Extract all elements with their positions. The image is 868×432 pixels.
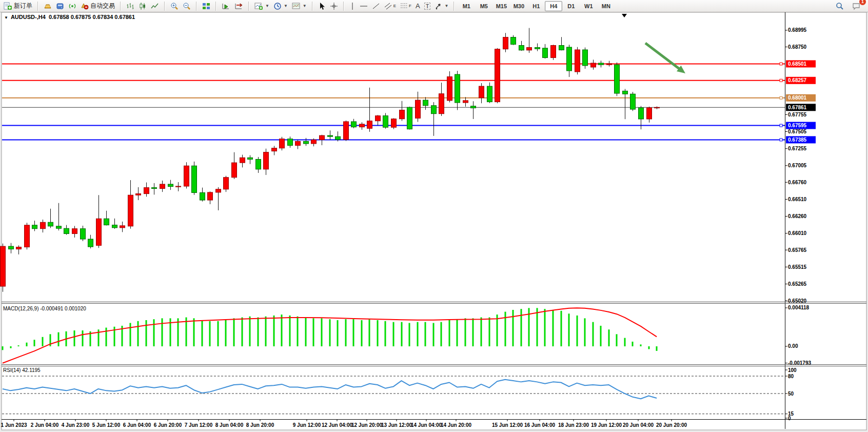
candle-body [304,141,309,144]
macd-tick-label: 0.004118 [788,305,810,310]
fibonacci-letter: F [409,4,411,8]
candle-body [423,100,428,106]
candle-body [551,46,556,58]
periods-dropdown-caret[interactable]: ▼ [284,4,288,8]
equidistant-channel-button[interactable]: E [382,1,398,12]
bar-chart-button[interactable] [124,1,136,12]
cursor-button[interactable] [316,1,328,12]
arrows-dropdown-caret[interactable]: ▼ [444,4,448,8]
text-button[interactable]: A [413,1,422,12]
chart-shift-button[interactable] [232,1,245,12]
macd-histogram-bar [242,318,243,346]
candle-body [41,222,46,228]
crosshair-button[interactable] [328,1,340,12]
macd-histogram-bar [457,319,458,346]
chart-shift-icon [234,2,243,10]
arrow-tools-icon [435,2,442,10]
timeframe-w1[interactable]: W1 [580,1,597,11]
candle-body [535,47,540,49]
toolbar-separator [215,2,216,11]
price-tick-label: 0.66760 [788,180,807,185]
notifications-button[interactable]: 1 [850,1,863,12]
horizontal-line-button[interactable] [358,1,370,12]
timeframe-d1[interactable]: D1 [562,1,580,11]
arrows-button[interactable]: ▼ [432,1,450,12]
candle-body [176,186,181,187]
signals-button[interactable] [66,1,78,12]
toolbar-separator [343,2,344,11]
candle-body [575,50,580,72]
templates-dropdown-caret[interactable]: ▼ [303,4,307,8]
candle-body [447,77,452,101]
price-tick-label: 0.65265 [788,281,807,287]
zoom-out-button[interactable] [181,1,193,12]
candle-body [599,63,604,65]
timeframe-m30[interactable]: M30 [510,1,527,11]
zoom-in-button[interactable] [168,1,181,12]
candle-body [88,239,93,247]
timeframe-m5[interactable]: M5 [475,1,492,11]
level-line-handle[interactable] [780,79,782,82]
data-window-button[interactable] [54,1,66,12]
timeframe-h4[interactable]: H4 [545,1,562,11]
chart-canvas: 0.689950.687500.677550.675050.672550.670… [0,12,868,432]
market-watch-button[interactable] [42,1,54,12]
new-order-button[interactable]: 新订单 [2,1,34,12]
candle-body [463,101,468,103]
candle-body [615,65,620,93]
candle-body [567,47,572,71]
macd-histogram-bar [472,318,474,346]
periods-button[interactable]: ▼ [271,1,290,12]
autotrading-label: 自动交易 [90,2,115,10]
tile-windows-button[interactable] [200,1,212,12]
trendline-button[interactable] [370,1,382,12]
toolbar-separator [248,2,249,11]
price-level-chip-text: 0.68257 [788,77,807,83]
macd-histogram-bar [616,334,618,346]
timeframe-m15[interactable]: M15 [492,1,510,11]
search-button[interactable] [834,1,846,12]
time-tick-label: 20 Jun 04:00 [623,422,654,428]
price-tick-label: 0.67755 [788,112,807,117]
candle-body [479,86,484,98]
indicators-button[interactable]: ▼ [252,1,271,12]
candlestick-chart-button[interactable] [136,1,149,12]
timeframe-mn[interactable]: MN [597,1,615,11]
autotrading-icon [81,2,89,10]
search-icon [836,2,844,10]
time-tick-label: 2 Jun 04:00 [31,422,59,428]
chart-title-collapse-icon[interactable]: ▼ [4,15,8,20]
macd-histogram-bar [218,321,219,346]
timeframe-h1[interactable]: H1 [527,1,545,11]
candle-body [431,106,437,114]
level-line-handle[interactable] [780,124,782,127]
candle-body [9,246,14,249]
macd-histogram-bar [361,320,363,346]
indicators-dropdown-caret[interactable]: ▼ [265,4,269,8]
candle-body [48,222,53,226]
level-line-handle[interactable] [780,96,782,99]
macd-histogram-bar [209,321,211,346]
level-line-handle[interactable] [780,139,782,141]
text-label-button[interactable]: T [422,1,433,12]
macd-histogram-bar [42,337,44,346]
fibonacci-button[interactable]: F [398,1,413,12]
candle-body [639,108,644,119]
macd-histogram-bar [648,346,650,349]
line-chart-button[interactable] [149,1,161,12]
rsi-pane-label: RSI(14) 42.1195 [3,367,41,373]
price-tick-label: 0.68750 [788,44,807,50]
macd-name: MACD(12,26,9) [3,306,38,311]
macd-histogram-bar [26,343,28,346]
vertical-line-button[interactable] [347,1,358,12]
autotrading-button[interactable]: 自动交易 [78,1,117,12]
macd-histogram-bar [497,315,498,346]
timeframe-m1[interactable]: M1 [458,1,475,11]
level-line-handle[interactable] [780,63,782,65]
auto-scroll-button[interactable] [220,1,232,12]
templates-button[interactable]: ▼ [290,1,309,12]
candle-body [543,48,548,58]
candle-body [120,226,125,228]
price-tick-label: 0.66510 [788,197,807,202]
macd-histogram-bar [345,319,347,346]
